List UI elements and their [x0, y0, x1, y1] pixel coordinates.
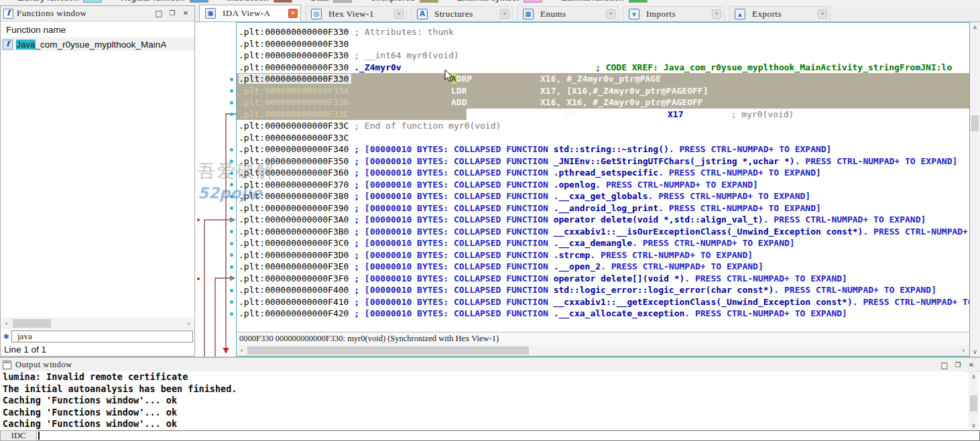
tab-label: Enums	[540, 9, 606, 19]
tab-label: Imports	[646, 9, 712, 19]
listing-line[interactable]: .plt:000000000000F3E0 ; [00000010 BYTES:…	[237, 261, 969, 273]
listing-line[interactable]: .plt:000000000000F330ADRPX16, #_Z4myr0v_…	[237, 73, 969, 85]
tab-close-icon[interactable]	[606, 9, 615, 19]
listing-line[interactable]: .plt:000000000000F3D0 ; [00000010 BYTES:…	[237, 249, 969, 261]
listing-line[interactable]: .plt:000000000000F3F0 ; [00000010 BYTES:…	[237, 273, 969, 285]
jump-arrows	[195, 22, 236, 357]
tab-close-icon[interactable]	[818, 9, 827, 19]
listing-line[interactable]: .plt:000000000000F390 ; [00000010 BYTES:…	[237, 202, 969, 214]
listing-line[interactable]: .plt:000000000000F400 ; [00000010 BYTES:…	[237, 284, 969, 296]
listing-line[interactable]: .plt:000000000000F33C	[237, 132, 969, 144]
functions-horizontal-scrollbar[interactable]	[1, 318, 194, 329]
listing-line[interactable]: .plt:000000000000F380 ; [00000010 BYTES:…	[237, 190, 969, 202]
scrollbar-thumb[interactable]	[971, 115, 979, 131]
listing-line[interactable]: .plt:000000000000F3C0 ; [00000010 BYTES:…	[237, 237, 969, 249]
structures-icon	[417, 9, 428, 19]
navband-legend-items: Library functionRegular functionInstruct…	[17, 0, 666, 3]
cli-input[interactable]	[37, 430, 980, 441]
listing-line[interactable]: .plt:000000000000F410 ; [00000010 BYTES:…	[237, 296, 969, 308]
tab-imports[interactable]: Imports	[623, 6, 725, 21]
tab-exports[interactable]: Exports	[729, 6, 831, 21]
tab-ida-view[interactable]: IDA View-A	[199, 5, 301, 21]
close-icon[interactable]	[179, 8, 192, 19]
maximize-icon[interactable]	[152, 8, 166, 19]
listing-line[interactable]: .plt:000000000000F33CBRX17; myr0(void)	[237, 109, 969, 121]
collapsed-suffix: . PRESS CTRL-NUMPAD+ TO EXPAND]	[669, 144, 832, 154]
legend-swatch	[190, 0, 208, 3]
collapsed-suffix: . PRESS CTRL-NUMPAD+ TO EXPAND]	[863, 227, 969, 237]
scroll-left-icon[interactable]	[237, 345, 247, 355]
arrow-target-tick	[197, 218, 200, 221]
tab-close-icon[interactable]	[500, 9, 509, 19]
line-marker-dot	[230, 172, 233, 175]
listing-line[interactable]: .plt:000000000000F3A0 ; [00000010 BYTES:…	[237, 214, 969, 226]
scrollbar-thumb[interactable]	[247, 346, 529, 355]
function-name: Java_com_r0ysue_myplthook_MainA	[16, 40, 166, 50]
scroll-down-icon[interactable]	[969, 420, 979, 430]
tab-close-icon[interactable]	[712, 9, 721, 19]
function-list-item[interactable]: fJava_com_r0ysue_myplthook_MainA	[1, 38, 194, 51]
address: .plt:000000000000F3B0	[239, 227, 349, 237]
tab-close-icon[interactable]	[288, 9, 298, 18]
maximize-icon[interactable]	[938, 360, 951, 371]
tab-close-icon[interactable]	[394, 9, 404, 19]
scrollbar-thumb[interactable]	[13, 319, 51, 328]
address: .plt:000000000000F3C0	[239, 238, 349, 248]
listing-line[interactable]: .plt:000000000000F330	[237, 38, 969, 50]
listing-horizontal-scrollbar[interactable]	[237, 345, 969, 356]
function-filter-input[interactable]	[11, 330, 193, 342]
listing-line[interactable]: .plt:000000000000F360 ; [00000010 BYTES:…	[237, 167, 969, 179]
output-vertical-scrollbar[interactable]	[969, 371, 979, 430]
scroll-up-icon[interactable]	[969, 371, 979, 381]
collapsed-function-name: .strcmp	[554, 250, 591, 260]
listing-line[interactable]: .plt:000000000000F370 ; [00000010 BYTES:…	[237, 179, 969, 191]
collapsed-prefix: ; [00000010 BYTES: COLLAPSED FUNCTION	[354, 156, 553, 166]
scroll-right-icon[interactable]	[184, 318, 194, 328]
tab-hex-view[interactable]: Hex View-1	[305, 6, 407, 21]
listing-line[interactable]: .plt:000000000000F334LDRX17, [X16,#_Z4my…	[237, 85, 969, 97]
listing-line[interactable]: .plt:000000000000F330 ; Attributes: thun…	[237, 26, 969, 38]
address: .plt:000000000000F400	[239, 285, 349, 295]
output-window: Output window lumina: Invalid remote cer…	[0, 357, 980, 441]
collapsed-function-name: _JNIEnv::GetStringUTFChars(_jstring *,uc…	[554, 156, 795, 166]
scroll-up-icon[interactable]	[970, 22, 980, 32]
code-xref-comment: ; CODE XREF: Java_com_r0ysue_myplthook_M…	[595, 62, 952, 74]
tab-label: Exports	[752, 9, 818, 19]
legend-label: Library function	[17, 0, 78, 3]
function-name-column-header[interactable]: Function name	[1, 21, 194, 38]
scroll-down-icon[interactable]	[970, 346, 980, 357]
listing-vertical-scrollbar[interactable]	[970, 22, 980, 357]
listing-line[interactable]: .plt:000000000000F330 ; __int64 myr0(voi…	[237, 50, 969, 62]
listing-line[interactable]: .plt:000000000000F330 ._Z4myr0v; CODE XR…	[237, 62, 969, 74]
listing-line[interactable]: .plt:000000000000F338ADDX16, X16, #_Z4my…	[237, 97, 969, 109]
address: .plt:000000000000F3A0	[239, 214, 349, 225]
scroll-left-icon[interactable]	[1, 318, 11, 328]
legend-swatch	[629, 0, 648, 3]
collapsed-function-name: .__cxa_get_globals	[554, 191, 648, 201]
collapsed-prefix: ; [00000010 BYTES: COLLAPSED FUNCTION	[354, 273, 553, 284]
listing-line[interactable]: .plt:000000000000F3B0 ; [00000010 BYTES:…	[237, 226, 969, 238]
cli-selector-button[interactable]: IDC	[0, 430, 37, 441]
float-icon[interactable]	[951, 360, 965, 371]
legend-swatch	[333, 0, 352, 3]
output-window-titlebar: Output window	[0, 358, 980, 372]
listing-line[interactable]: .plt:000000000000F340 ; [00000010 BYTES:…	[237, 143, 969, 155]
listing-line[interactable]: .plt:000000000000F350 ; [00000010 BYTES:…	[237, 155, 969, 168]
output-log-line: Caching 'Functions window'... ok	[0, 395, 967, 407]
collapsed-function-name: operator delete(void *,std::align_val_t)	[554, 214, 763, 225]
mnemonic: BR	[563, 109, 574, 119]
collapsed-prefix: ; [00000010 BYTES: COLLAPSED FUNCTION	[354, 203, 553, 213]
disassembly-listing[interactable]: .plt:000000000000F330 ; Attributes: thun…	[237, 23, 969, 332]
tab-structures[interactable]: Structures	[411, 6, 513, 21]
tab-enums[interactable]: Enums	[517, 6, 619, 21]
float-icon[interactable]	[166, 8, 179, 19]
functions-window-titlebar: f Functions window	[1, 6, 194, 21]
ida-view-a-panel: .plt:000000000000F330 ; Attributes: thun…	[236, 22, 970, 357]
close-icon[interactable]	[965, 360, 978, 371]
line-marker-dot	[230, 206, 233, 210]
comment: ; Attributes: thunk	[354, 27, 454, 37]
listing-line[interactable]: .plt:000000000000F33C ; End of function …	[237, 120, 969, 132]
scrollbar-thumb[interactable]	[970, 395, 977, 412]
listing-line[interactable]: .plt:000000000000F420 ; [00000010 BYTES:…	[237, 308, 969, 320]
scroll-right-icon[interactable]	[959, 345, 969, 355]
